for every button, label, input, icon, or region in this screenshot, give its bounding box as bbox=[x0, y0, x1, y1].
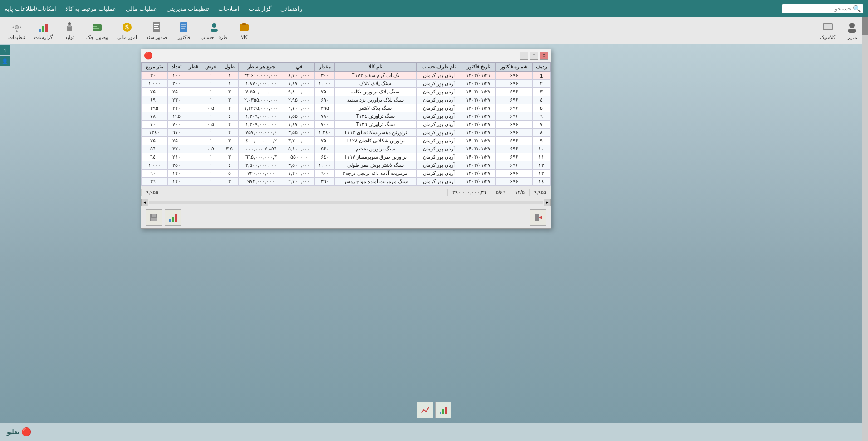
table-cell: آریان پور کرمان bbox=[416, 145, 461, 153]
table-cell: ۶۹۶ bbox=[495, 104, 532, 112]
table-cell: ٦۷۰ bbox=[167, 129, 185, 137]
maximize-button[interactable]: □ bbox=[530, 52, 538, 60]
table-row[interactable]: 1۶۹۶۱۴۰۳/۰۱/۲۱آریان پور کرمانبک آب گرم س… bbox=[142, 72, 551, 80]
menu-item-finance[interactable]: عملیات مالی bbox=[126, 5, 157, 12]
toolbar-btn-production[interactable]: تولید bbox=[58, 19, 81, 42]
search-icon: 🔍 bbox=[853, 5, 861, 12]
table-row[interactable]: ۱۰۶۹۶۱۴۰۳/۰۱/۲۷آریان پور کرمانسنگ تراورت… bbox=[142, 145, 551, 153]
table-cell: سنگ تراورتن T۱۲٦ bbox=[335, 121, 417, 129]
table-cell: ۶۹۰ bbox=[315, 96, 335, 104]
table-cell: ۱ bbox=[201, 88, 221, 96]
toolbar-btn-manager[interactable]: مدیر bbox=[841, 19, 863, 42]
menu-item-goods[interactable]: عملیات مرتبط به کالا bbox=[65, 5, 117, 12]
menu-item-base[interactable]: امکانات/اطلاعات پایه bbox=[5, 5, 56, 12]
table-cell: ۷۲۰,۰۰۰,۰۰۰ bbox=[239, 170, 284, 178]
table-cell: آریان پور کرمان bbox=[416, 178, 461, 186]
table-cell: ۱۴۰۳/۰۱/۲۷ bbox=[461, 137, 495, 145]
horizontal-scrollbar[interactable]: ◄ ► bbox=[141, 199, 551, 206]
table-cell: سنگ مرمریت آماده مواج روشن bbox=[335, 178, 417, 186]
footer-total-qty: ۹,۹۵۵ bbox=[141, 189, 163, 196]
table-row[interactable]: ۸۶۹۶۱۴۰۳/۰۱/۲۷آریان پور کرمانتراورتن دهش… bbox=[142, 129, 551, 137]
table-row[interactable]: ٤۶۹۶۱۴۰۳/۰۱/۲۷آریان پور کرمانسنگ پلاک تر… bbox=[142, 96, 551, 104]
side-btn-user[interactable]: 👤 bbox=[0, 56, 10, 66]
toolbar-btn-finance[interactable]: $ امور مالی bbox=[113, 19, 141, 42]
table-row[interactable]: ۳۶۹۶۱۴۰۳/۰۱/۲۷آریان پور کرمانسنگ پلاک تر… bbox=[142, 88, 551, 96]
modal-titlebar: 🔴 _ □ × bbox=[141, 49, 551, 62]
scroll-track[interactable] bbox=[149, 201, 543, 204]
menu-item-mgmt[interactable]: تنظیمات مدیریتی bbox=[167, 5, 210, 12]
classic-icon bbox=[821, 21, 834, 34]
toolbar-btn-invoice[interactable]: فاکتور bbox=[172, 19, 195, 42]
save-button[interactable] bbox=[146, 209, 162, 226]
table-cell: تراورتن دهشرنسکافه ای T۱۱۳ bbox=[335, 129, 417, 137]
manager-icon bbox=[846, 21, 858, 34]
table-row[interactable]: ۷۶۹۶۱۴۰۳/۰۱/۲۷آریان پور کرمانسنگ تراورتن… bbox=[142, 121, 551, 129]
table-cell: ۶۹۶ bbox=[495, 72, 532, 80]
table-row[interactable]: ۱۳۶۹۶۱۴۰۳/۰۱/۲۷آریان پور کرمانمرمریت آبا… bbox=[142, 170, 551, 178]
table-cell: ۳۰۰ bbox=[142, 72, 168, 80]
table-cell: ۱ bbox=[221, 72, 238, 80]
table-cell bbox=[185, 129, 201, 137]
table-cell: ۳,۵۵۰,۰۰۰ bbox=[284, 129, 314, 137]
table-row[interactable]: ۱٤۶۹۶۱۴۰۳/۰۱/۲۷آریان پور کرمانسنگ مرمریت… bbox=[142, 178, 551, 186]
table-row[interactable]: ۱۱۶۹۶۱۴۰۳/۰۱/۲۷آریان پور کرمانتراورتن طر… bbox=[142, 153, 551, 161]
taskbar-btn-2[interactable] bbox=[417, 402, 433, 418]
taskbar-btn-1[interactable] bbox=[435, 402, 451, 418]
table-cell: 1 bbox=[532, 72, 550, 80]
svg-rect-15 bbox=[154, 28, 159, 29]
toolbar-btn-goods[interactable]: کالا bbox=[233, 19, 255, 42]
toolbar-btn-classic[interactable]: کلاسیک bbox=[816, 19, 839, 42]
bottom-bar: 🔴 نعلبو bbox=[0, 423, 868, 441]
table-cell: ۶۹۶ bbox=[495, 161, 532, 170]
search-input[interactable] bbox=[788, 5, 851, 12]
table-cell: ٤ bbox=[221, 112, 238, 121]
table-cell: ٥ bbox=[532, 104, 550, 112]
svg-rect-38 bbox=[442, 409, 444, 414]
table-cell: آریان پور کرمان bbox=[416, 88, 461, 96]
chart-button[interactable] bbox=[165, 209, 181, 226]
bottom-logo: 🔴 نعلبو bbox=[7, 427, 31, 437]
toolbar-btn-reports[interactable]: گزارشات bbox=[30, 19, 56, 42]
right-scrollbar[interactable] bbox=[862, 17, 868, 441]
table-cell: ٦۰۰ bbox=[315, 170, 335, 178]
menu-item-settings[interactable]: اصلاحات bbox=[218, 5, 240, 12]
table-cell: ۹ bbox=[532, 137, 550, 145]
menu-item-reports[interactable]: گزارشات bbox=[249, 5, 271, 12]
side-btn-info[interactable]: ℹ bbox=[0, 45, 10, 55]
exit-button[interactable] bbox=[530, 209, 546, 226]
minimize-button[interactable]: _ bbox=[520, 52, 528, 60]
table-row[interactable]: ۹۶۹۶۱۴۰۳/۰۱/۲۷آریان پور کرمانتراورتن شکل… bbox=[142, 137, 551, 145]
table-cell: آریان پور کرمان bbox=[416, 161, 461, 170]
scroll-left[interactable]: ◄ bbox=[141, 199, 148, 206]
menu-item-help[interactable]: راهنمائی bbox=[280, 5, 302, 12]
toolbar-btn-check[interactable]: وصول چک bbox=[83, 19, 112, 42]
table-row[interactable]: ٥۶۹۶۱۴۰۳/۰۱/۲۷آریان پور کرمانسنگ پلاک لا… bbox=[142, 104, 551, 112]
table-cell: ۱ bbox=[201, 153, 221, 161]
table-cell: ۳٦۰ bbox=[315, 178, 335, 186]
toolbar-btn-account[interactable]: طرف حساب bbox=[197, 19, 231, 42]
svg-point-6 bbox=[212, 23, 216, 28]
svg-rect-26 bbox=[45, 24, 48, 32]
table-cell: ۵۶۰ bbox=[315, 145, 335, 153]
toolbar-btn-settings[interactable]: تنظیمات bbox=[5, 19, 29, 42]
table-cell: ۶۹۶ bbox=[495, 153, 532, 161]
table-cell: ۷۵۰ bbox=[142, 88, 168, 96]
side-panel: ℹ 👤 bbox=[0, 45, 10, 66]
table-row[interactable]: ۲۶۹۶۱۴۰۳/۰۱/۲۷آریان پور کرمانسنگ پلاک کل… bbox=[142, 80, 551, 88]
table-cell: آریان پور کرمان bbox=[416, 80, 461, 88]
scroll-right[interactable]: ► bbox=[544, 199, 551, 206]
table-cell: ۳٦۰ bbox=[142, 178, 168, 186]
table-cell: ۳,۵۰۰,۰۰۰,۰۰۰ bbox=[239, 161, 284, 170]
toolbar-btn-document[interactable]: صدور سند bbox=[142, 19, 171, 42]
close-button[interactable]: × bbox=[540, 52, 548, 60]
table-cell bbox=[185, 72, 201, 80]
table-cell: سنگ پلاک کلاک bbox=[335, 80, 417, 88]
table-cell: ۱,۰۰۰ bbox=[142, 80, 168, 88]
footer-total-sqm: ۹,۹۵۵ bbox=[529, 189, 551, 196]
table-row[interactable]: ٦۶۹۶۱۴۰۳/۰۱/۲۷آریان پور کرمانسنگ تراورتن… bbox=[142, 112, 551, 121]
table-row[interactable]: ۱۲۶۹۶۱۴۰۳/۰۱/۲۷آریان پور کرمانسنگ لاشتر … bbox=[142, 161, 551, 170]
toolbar: مدیر کلاسیک کالا طرف حساب bbox=[0, 17, 868, 44]
svg-rect-11 bbox=[181, 28, 185, 29]
settings-icon bbox=[10, 21, 23, 34]
search-box[interactable]: 🔍 bbox=[782, 4, 863, 13]
